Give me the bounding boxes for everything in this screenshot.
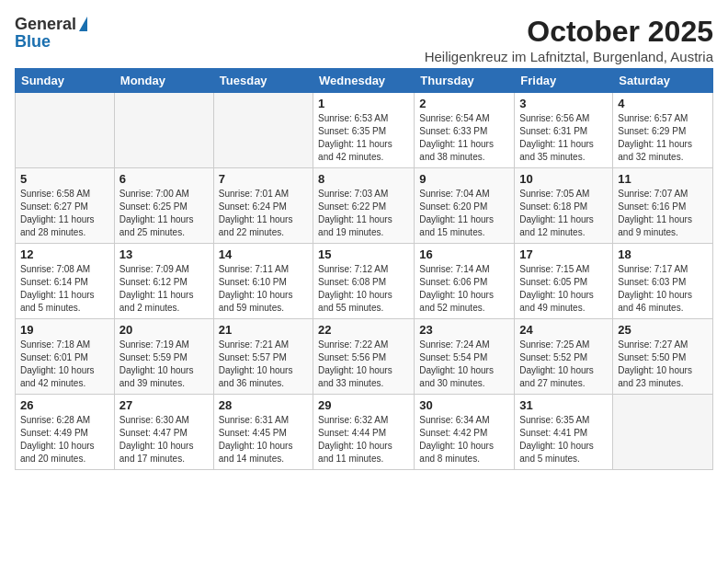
day-number: 8	[318, 172, 409, 186]
day-number: 25	[618, 323, 708, 337]
day-info: Sunrise: 7:18 AMSunset: 6:01 PMDaylight:…	[20, 339, 109, 390]
column-header-sunday: Sunday	[16, 69, 115, 93]
calendar-week-row: 26Sunrise: 6:28 AMSunset: 4:49 PMDayligh…	[16, 395, 713, 470]
calendar-cell: 25Sunrise: 7:27 AMSunset: 5:50 PMDayligh…	[613, 319, 713, 395]
logo-icon	[79, 17, 87, 31]
calendar-cell: 2Sunrise: 6:54 AMSunset: 6:33 PMDaylight…	[415, 93, 515, 168]
day-number: 27	[119, 398, 209, 412]
day-info: Sunrise: 7:21 AMSunset: 5:57 PMDaylight:…	[219, 339, 308, 390]
day-number: 17	[519, 247, 608, 261]
day-number: 4	[618, 97, 708, 110]
column-header-friday: Friday	[515, 69, 613, 93]
day-number: 11	[618, 172, 708, 186]
day-info: Sunrise: 6:57 AMSunset: 6:29 PMDaylight:…	[618, 112, 708, 164]
page-title: October 2025	[425, 15, 713, 49]
day-info: Sunrise: 7:12 AMSunset: 6:08 PMDaylight:…	[318, 263, 409, 315]
column-header-tuesday: Tuesday	[213, 69, 313, 93]
day-number: 30	[419, 398, 509, 412]
day-info: Sunrise: 6:31 AMSunset: 4:45 PMDaylight:…	[219, 414, 308, 465]
calendar-cell: 31Sunrise: 6:35 AMSunset: 4:41 PMDayligh…	[515, 395, 613, 470]
logo: General Blue	[15, 15, 88, 52]
day-number: 12	[20, 247, 109, 261]
day-info: Sunrise: 6:54 AMSunset: 6:33 PMDaylight:…	[419, 112, 509, 164]
calendar-cell: 6Sunrise: 7:00 AMSunset: 6:25 PMDaylight…	[114, 168, 213, 244]
calendar-header-row: SundayMondayTuesdayWednesdayThursdayFrid…	[16, 69, 713, 93]
day-number: 24	[519, 323, 608, 337]
logo-general: General	[15, 15, 76, 34]
day-number: 22	[318, 323, 409, 337]
day-info: Sunrise: 7:24 AMSunset: 5:54 PMDaylight:…	[419, 339, 509, 390]
calendar-cell: 26Sunrise: 6:28 AMSunset: 4:49 PMDayligh…	[16, 395, 115, 470]
calendar-table: SundayMondayTuesdayWednesdayThursdayFrid…	[15, 68, 713, 470]
calendar-cell	[613, 395, 713, 470]
calendar-cell: 14Sunrise: 7:11 AMSunset: 6:10 PMDayligh…	[213, 244, 313, 319]
day-number: 3	[519, 97, 608, 110]
day-number: 9	[419, 172, 509, 186]
calendar-cell: 15Sunrise: 7:12 AMSunset: 6:08 PMDayligh…	[313, 244, 415, 319]
day-number: 16	[419, 247, 509, 261]
day-number: 7	[219, 172, 308, 186]
calendar-cell: 23Sunrise: 7:24 AMSunset: 5:54 PMDayligh…	[415, 319, 515, 395]
calendar-cell: 4Sunrise: 6:57 AMSunset: 6:29 PMDaylight…	[613, 93, 713, 168]
day-info: Sunrise: 7:11 AMSunset: 6:10 PMDaylight:…	[219, 263, 308, 315]
calendar-cell: 21Sunrise: 7:21 AMSunset: 5:57 PMDayligh…	[213, 319, 313, 395]
calendar-cell: 8Sunrise: 7:03 AMSunset: 6:22 PMDaylight…	[313, 168, 415, 244]
day-info: Sunrise: 7:17 AMSunset: 6:03 PMDaylight:…	[618, 263, 708, 315]
day-number: 26	[20, 398, 109, 412]
day-number: 15	[318, 247, 409, 261]
day-info: Sunrise: 6:32 AMSunset: 4:44 PMDaylight:…	[318, 414, 409, 465]
day-info: Sunrise: 7:19 AMSunset: 5:59 PMDaylight:…	[119, 339, 209, 390]
page-subtitle: Heiligenkreuz im Lafnitztal, Burgenland,…	[425, 49, 713, 64]
calendar-cell: 3Sunrise: 6:56 AMSunset: 6:31 PMDaylight…	[515, 93, 613, 168]
calendar-week-row: 1Sunrise: 6:53 AMSunset: 6:35 PMDaylight…	[16, 93, 713, 168]
day-info: Sunrise: 6:53 AMSunset: 6:35 PMDaylight:…	[318, 112, 409, 164]
column-header-wednesday: Wednesday	[313, 69, 415, 93]
calendar-week-row: 12Sunrise: 7:08 AMSunset: 6:14 PMDayligh…	[16, 244, 713, 319]
day-info: Sunrise: 7:04 AMSunset: 6:20 PMDaylight:…	[419, 188, 509, 239]
day-number: 23	[419, 323, 509, 337]
day-number: 5	[20, 172, 109, 186]
day-info: Sunrise: 7:01 AMSunset: 6:24 PMDaylight:…	[219, 188, 308, 239]
calendar-cell	[114, 93, 213, 168]
day-info: Sunrise: 6:28 AMSunset: 4:49 PMDaylight:…	[20, 414, 109, 465]
day-info: Sunrise: 6:30 AMSunset: 4:47 PMDaylight:…	[119, 414, 209, 465]
calendar-week-row: 5Sunrise: 6:58 AMSunset: 6:27 PMDaylight…	[16, 168, 713, 244]
day-number: 21	[219, 323, 308, 337]
day-number: 18	[618, 247, 708, 261]
day-info: Sunrise: 7:09 AMSunset: 6:12 PMDaylight:…	[119, 263, 209, 315]
calendar-cell: 27Sunrise: 6:30 AMSunset: 4:47 PMDayligh…	[114, 395, 213, 470]
day-info: Sunrise: 7:00 AMSunset: 6:25 PMDaylight:…	[119, 188, 209, 239]
calendar-cell: 9Sunrise: 7:04 AMSunset: 6:20 PMDaylight…	[415, 168, 515, 244]
calendar-cell: 13Sunrise: 7:09 AMSunset: 6:12 PMDayligh…	[114, 244, 213, 319]
day-number: 6	[119, 172, 209, 186]
title-area: October 2025 Heiligenkreuz im Lafnitztal…	[425, 15, 713, 64]
day-number: 1	[318, 97, 409, 110]
calendar-cell: 28Sunrise: 6:31 AMSunset: 4:45 PMDayligh…	[213, 395, 313, 470]
column-header-monday: Monday	[114, 69, 213, 93]
column-header-saturday: Saturday	[613, 69, 713, 93]
calendar-cell: 29Sunrise: 6:32 AMSunset: 4:44 PMDayligh…	[313, 395, 415, 470]
calendar-cell: 11Sunrise: 7:07 AMSunset: 6:16 PMDayligh…	[613, 168, 713, 244]
calendar-cell: 30Sunrise: 6:34 AMSunset: 4:42 PMDayligh…	[415, 395, 515, 470]
day-number: 14	[219, 247, 308, 261]
calendar-cell: 7Sunrise: 7:01 AMSunset: 6:24 PMDaylight…	[213, 168, 313, 244]
day-number: 19	[20, 323, 109, 337]
calendar-cell: 19Sunrise: 7:18 AMSunset: 6:01 PMDayligh…	[16, 319, 115, 395]
day-number: 31	[519, 398, 608, 412]
day-info: Sunrise: 6:34 AMSunset: 4:42 PMDaylight:…	[419, 414, 509, 465]
calendar-cell: 18Sunrise: 7:17 AMSunset: 6:03 PMDayligh…	[613, 244, 713, 319]
day-info: Sunrise: 7:08 AMSunset: 6:14 PMDaylight:…	[20, 263, 109, 315]
day-info: Sunrise: 7:22 AMSunset: 5:56 PMDaylight:…	[318, 339, 409, 390]
column-header-thursday: Thursday	[415, 69, 515, 93]
calendar-week-row: 19Sunrise: 7:18 AMSunset: 6:01 PMDayligh…	[16, 319, 713, 395]
calendar-cell: 20Sunrise: 7:19 AMSunset: 5:59 PMDayligh…	[114, 319, 213, 395]
logo-blue: Blue	[15, 32, 51, 52]
day-info: Sunrise: 7:07 AMSunset: 6:16 PMDaylight:…	[618, 188, 708, 239]
day-info: Sunrise: 7:25 AMSunset: 5:52 PMDaylight:…	[519, 339, 608, 390]
day-number: 10	[519, 172, 608, 186]
calendar-cell: 12Sunrise: 7:08 AMSunset: 6:14 PMDayligh…	[16, 244, 115, 319]
calendar-cell: 17Sunrise: 7:15 AMSunset: 6:05 PMDayligh…	[515, 244, 613, 319]
day-info: Sunrise: 7:14 AMSunset: 6:06 PMDaylight:…	[419, 263, 509, 315]
day-number: 2	[419, 97, 509, 110]
day-info: Sunrise: 7:15 AMSunset: 6:05 PMDaylight:…	[519, 263, 608, 315]
